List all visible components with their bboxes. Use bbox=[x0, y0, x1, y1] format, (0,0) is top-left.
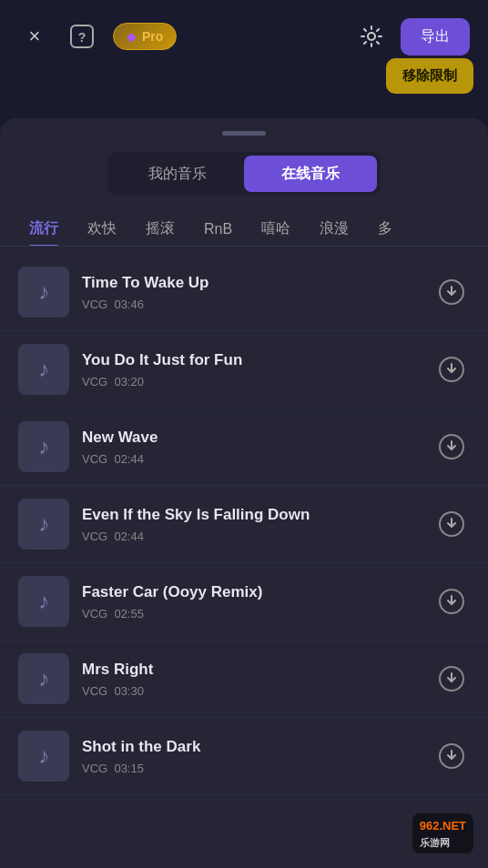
song-thumbnail: ♪ bbox=[18, 267, 69, 318]
song-info: Faster Car (Ooyy Remix) VCG 02:55 bbox=[82, 583, 421, 621]
music-note-icon: ♪ bbox=[38, 279, 49, 305]
song-item[interactable]: ♪ Faster Car (Ooyy Remix) VCG 02:55 bbox=[0, 563, 488, 641]
genre-tab-rnb[interactable]: RnB bbox=[189, 214, 247, 245]
help-icon: ? bbox=[69, 24, 95, 49]
song-meta: VCG 03:30 bbox=[82, 684, 421, 698]
pro-label: Pro bbox=[142, 29, 163, 44]
song-meta: VCG 03:46 bbox=[82, 298, 421, 311]
song-thumbnail: ♪ bbox=[18, 576, 69, 627]
genre-tab-more[interactable]: 多 bbox=[363, 212, 407, 246]
remove-limit-button[interactable]: 移除限制 bbox=[386, 58, 473, 94]
song-title: Shot in the Dark bbox=[82, 738, 421, 756]
watermark: 962.NET乐游网 bbox=[412, 813, 473, 853]
close-button[interactable]: × bbox=[18, 20, 51, 53]
song-meta: VCG 02:55 bbox=[82, 607, 421, 621]
song-info: New Wave VCG 02:44 bbox=[82, 429, 421, 466]
tab-online-music[interactable]: 在线音乐 bbox=[244, 156, 377, 192]
svg-point-2 bbox=[368, 33, 375, 40]
song-title: Time To Wake Up bbox=[82, 274, 421, 292]
download-button[interactable] bbox=[433, 506, 470, 542]
settings-button[interactable] bbox=[355, 20, 388, 53]
top-bar-right: 导出 bbox=[355, 18, 470, 56]
song-item[interactable]: ♪ Mrs Right VCG 03:30 bbox=[0, 641, 488, 718]
music-note-icon: ♪ bbox=[38, 666, 49, 691]
svg-text:?: ? bbox=[78, 30, 86, 45]
download-icon bbox=[438, 588, 465, 615]
song-info: Time To Wake Up VCG 03:46 bbox=[82, 274, 421, 311]
song-list: ♪ Time To Wake Up VCG 03:46 ♪ You D bbox=[0, 254, 488, 822]
song-thumbnail: ♪ bbox=[18, 653, 69, 704]
song-thumbnail: ♪ bbox=[18, 731, 69, 782]
song-item[interactable]: ♪ New Wave VCG 02:44 bbox=[0, 409, 488, 486]
genre-tab-rock[interactable]: 摇滚 bbox=[131, 212, 189, 246]
song-item[interactable]: ♪ Shot in the Dark VCG 03:15 bbox=[0, 718, 488, 795]
music-note-icon: ♪ bbox=[38, 434, 49, 459]
genre-tab-happy[interactable]: 欢快 bbox=[73, 212, 131, 246]
song-thumbnail: ♪ bbox=[18, 344, 69, 395]
genre-tab-romantic[interactable]: 浪漫 bbox=[305, 212, 363, 246]
download-icon bbox=[438, 742, 465, 770]
genre-tab-hiphop[interactable]: 嘻哈 bbox=[247, 212, 305, 246]
song-thumbnail: ♪ bbox=[18, 499, 69, 550]
download-button[interactable] bbox=[433, 274, 470, 310]
music-note-icon: ♪ bbox=[38, 511, 49, 537]
song-info: You Do It Just for Fun VCG 03:20 bbox=[82, 351, 421, 389]
music-panel: 我的音乐 在线音乐 流行 欢快 摇滚 RnB 嘻哈 浪漫 多 bbox=[0, 118, 488, 868]
genre-tabs: 流行 欢快 摇滚 RnB 嘻哈 浪漫 多 bbox=[0, 212, 488, 246]
song-title: New Wave bbox=[82, 429, 421, 447]
drag-handle bbox=[222, 131, 266, 136]
download-button[interactable] bbox=[433, 738, 470, 774]
remove-limit-container: 移除限制 bbox=[386, 58, 473, 94]
help-button[interactable]: ? bbox=[66, 20, 98, 53]
song-meta: VCG 03:15 bbox=[82, 762, 421, 775]
song-item[interactable]: ♪ Time To Wake Up VCG 03:46 bbox=[0, 254, 488, 331]
song-meta: VCG 03:20 bbox=[82, 375, 421, 389]
download-icon bbox=[438, 356, 465, 383]
song-meta: VCG 02:44 bbox=[82, 452, 421, 466]
download-button[interactable] bbox=[433, 429, 470, 465]
song-title: Mrs Right bbox=[82, 661, 421, 679]
song-title: Even If the Sky Is Falling Down bbox=[82, 506, 421, 524]
song-info: Even If the Sky Is Falling Down VCG 02:4… bbox=[82, 506, 421, 543]
download-icon bbox=[438, 665, 465, 692]
top-bar-left: × ? ◆ Pro bbox=[18, 20, 177, 53]
song-meta: VCG 02:44 bbox=[82, 530, 421, 543]
download-button[interactable] bbox=[433, 661, 470, 697]
tab-my-music[interactable]: 我的音乐 bbox=[111, 156, 244, 192]
watermark-text: 962.NET乐游网 bbox=[420, 819, 466, 849]
song-item[interactable]: ♪ Even If the Sky Is Falling Down VCG 02… bbox=[0, 486, 488, 563]
song-title: You Do It Just for Fun bbox=[82, 351, 421, 369]
tab-switcher: 我的音乐 在线音乐 bbox=[107, 152, 381, 196]
download-icon bbox=[438, 433, 465, 460]
export-button[interactable]: 导出 bbox=[401, 18, 470, 56]
song-info: Mrs Right VCG 03:30 bbox=[82, 661, 421, 698]
settings-icon bbox=[360, 25, 383, 48]
song-thumbnail: ♪ bbox=[18, 421, 69, 472]
music-note-icon: ♪ bbox=[38, 589, 49, 614]
download-button[interactable] bbox=[433, 351, 470, 388]
music-note-icon: ♪ bbox=[38, 743, 49, 769]
download-button[interactable] bbox=[433, 583, 470, 620]
download-icon bbox=[438, 510, 465, 538]
pro-badge[interactable]: ◆ Pro bbox=[113, 23, 177, 50]
diamond-icon: ◆ bbox=[127, 29, 137, 44]
download-icon bbox=[438, 278, 465, 306]
song-title: Faster Car (Ooyy Remix) bbox=[82, 583, 421, 601]
genre-divider bbox=[0, 246, 488, 247]
music-note-icon: ♪ bbox=[38, 357, 49, 382]
genre-tab-popular[interactable]: 流行 bbox=[15, 212, 73, 246]
song-info: Shot in the Dark VCG 03:15 bbox=[82, 738, 421, 775]
song-item[interactable]: ♪ You Do It Just for Fun VCG 03:20 bbox=[0, 331, 488, 409]
